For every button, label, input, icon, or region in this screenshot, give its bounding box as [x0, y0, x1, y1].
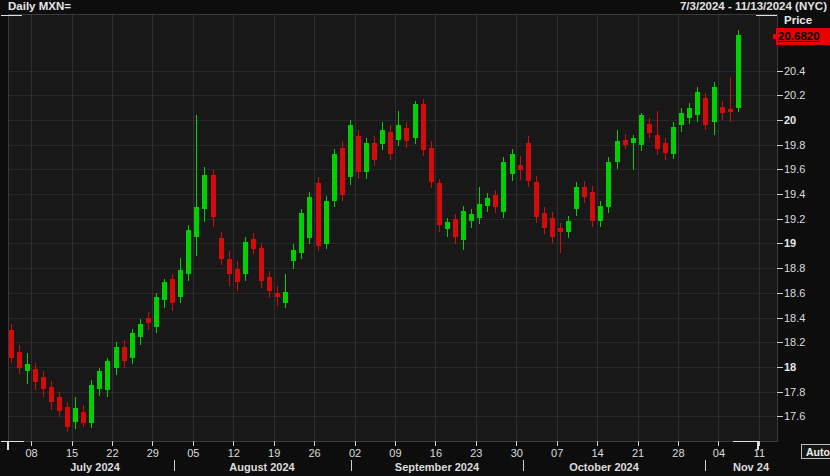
last-price-badge: 20.6820 [776, 28, 830, 45]
price-tick-label: 18.4 [784, 312, 805, 324]
month-label: October 2024 [569, 461, 639, 473]
date-range-label: 7/3/2024 - 11/13/2024 (NYC) [680, 0, 827, 12]
month-separator [351, 460, 352, 471]
date-tick-label: 12 [228, 447, 240, 459]
price-tick-label: 18.2 [784, 336, 805, 348]
price-tick-label: 19.2 [784, 213, 805, 225]
date-tick-label: 21 [632, 447, 644, 459]
date-tick-label: 07 [551, 447, 563, 459]
date-tick-label: 28 [672, 447, 684, 459]
candle [671, 122, 676, 159]
candle [703, 93, 708, 130]
month-label: July 2024 [70, 461, 120, 473]
month-label: Nov 24 [733, 461, 769, 473]
candle [413, 101, 418, 144]
date-tick-label: 11 [754, 447, 765, 459]
price-tick-label: 17.8 [784, 386, 805, 398]
candle [299, 209, 304, 258]
candle [324, 196, 329, 249]
candle [437, 179, 442, 232]
price-tick-label: 20.4 [784, 65, 805, 77]
price-tick-label: 18 [784, 361, 796, 373]
month-label: August 2024 [229, 461, 294, 473]
candle [316, 177, 321, 251]
date-tick-label: 16 [430, 447, 442, 459]
date-tick-label: 22 [106, 447, 118, 459]
candle [356, 130, 361, 178]
date-tick-label: 05 [187, 447, 199, 459]
price-axis-title: Price [784, 14, 812, 26]
date-tick-label: 09 [389, 447, 401, 459]
candle [526, 136, 531, 187]
date-tick-label: 08 [25, 447, 37, 459]
date-tick-label: 02 [349, 447, 361, 459]
month-separator [705, 460, 706, 471]
price-tick-label: 20.2 [784, 89, 805, 101]
month-separator [174, 460, 175, 471]
candle [332, 149, 337, 207]
candle [501, 157, 506, 218]
date-tick-label: 30 [511, 447, 523, 459]
candle [186, 225, 191, 281]
auto-scale-button[interactable]: Auto [801, 444, 830, 459]
price-tick-label: 19.8 [784, 139, 805, 151]
candle [429, 141, 434, 188]
date-tick-label: 14 [591, 447, 603, 459]
chart-title: Daily MXN= [8, 0, 71, 12]
date-tick-label: 23 [470, 447, 482, 459]
candle [348, 120, 353, 184]
date-tick-label: 15 [66, 447, 78, 459]
candle [534, 176, 539, 223]
date-tick-label: 26 [308, 447, 320, 459]
date-tick-label: 04 [713, 447, 725, 459]
candle [736, 30, 741, 112]
candle [307, 192, 312, 244]
price-tick-label: 19.4 [784, 188, 805, 200]
price-tick-label: 18.8 [784, 262, 805, 274]
month-separator [523, 460, 524, 471]
price-tick-label: 18.6 [784, 287, 805, 299]
candle [606, 157, 611, 213]
candlestick-chart[interactable] [0, 0, 830, 476]
month-label: September 2024 [395, 461, 479, 473]
price-tick-label: 20 [784, 114, 796, 126]
candle [421, 99, 426, 156]
price-tick-label: 19.6 [784, 163, 805, 175]
price-tick-label: 19 [784, 237, 796, 249]
price-tick-label: 17.6 [784, 410, 805, 422]
candle [340, 141, 345, 200]
plot-area[interactable] [8, 14, 777, 441]
candle [89, 380, 94, 428]
chart-window: Daily MXN= 7/3/2024 - 11/13/2024 (NYC) P… [0, 0, 830, 476]
date-tick-label: 29 [147, 447, 159, 459]
date-tick-label: 19 [268, 447, 280, 459]
